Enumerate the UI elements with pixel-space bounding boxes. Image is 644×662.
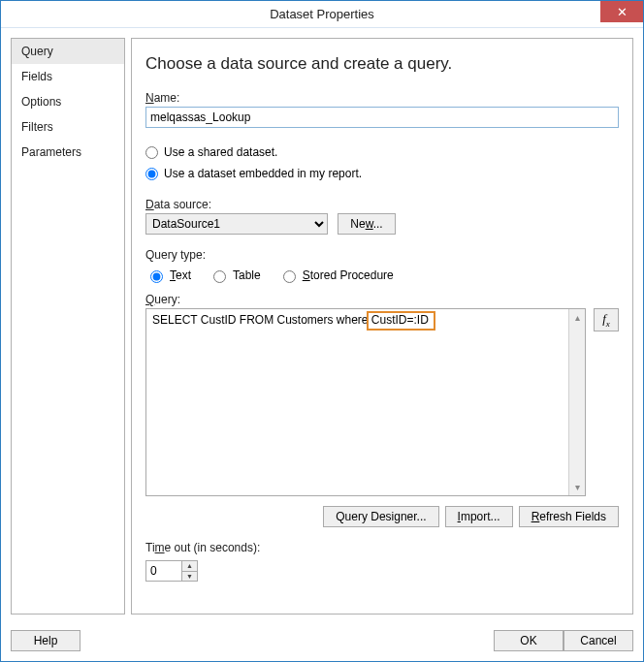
- sidebar-item-query[interactable]: Query: [12, 39, 124, 64]
- spinner-down-icon[interactable]: ▼: [182, 572, 197, 582]
- sidebar-item-filters[interactable]: Filters: [12, 114, 124, 140]
- datasource-select[interactable]: DataSource1: [145, 213, 328, 235]
- spinner-up-icon[interactable]: ▲: [182, 561, 197, 572]
- radio-embedded-input[interactable]: [145, 168, 158, 180]
- window-title: Dataset Properties: [270, 7, 374, 21]
- sidebar-item-options[interactable]: Options: [12, 89, 124, 114]
- timeout-input[interactable]: [146, 561, 181, 581]
- qt-sp-label: Stored Procedure: [303, 268, 394, 282]
- qt-text-option[interactable]: Text: [145, 268, 191, 283]
- import-button[interactable]: Import...: [445, 506, 513, 527]
- querytype-group: Text Table Stored Procedure: [145, 268, 619, 283]
- query-textarea[interactable]: SELECT CustID FROM Customers where CustI…: [145, 308, 586, 496]
- close-button[interactable]: ✕: [600, 1, 643, 22]
- qt-table-option[interactable]: Table: [209, 268, 261, 283]
- sidebar-item-fields[interactable]: Fields: [12, 64, 124, 89]
- scrollbar[interactable]: ▴ ▾: [568, 309, 585, 495]
- qt-table-radio[interactable]: [213, 270, 226, 283]
- spinner-arrows: ▲ ▼: [181, 561, 197, 581]
- panel-heading: Choose a data source and create a query.: [145, 54, 619, 74]
- sidebar-item-parameters[interactable]: Parameters: [12, 140, 124, 165]
- name-label: Name:: [145, 91, 619, 105]
- close-icon: ✕: [617, 5, 628, 19]
- help-button[interactable]: Help: [11, 630, 80, 651]
- ok-button[interactable]: OK: [494, 630, 564, 651]
- cancel-button[interactable]: Cancel: [564, 630, 633, 651]
- radio-embedded-dataset[interactable]: Use a dataset embedded in my report.: [145, 167, 619, 180]
- fx-icon: fx: [602, 311, 610, 329]
- scroll-down-icon[interactable]: ▾: [569, 479, 585, 495]
- timeout-spinner[interactable]: ▲ ▼: [145, 560, 198, 582]
- footer: Help OK Cancel: [1, 624, 643, 661]
- scroll-up-icon[interactable]: ▴: [569, 309, 585, 326]
- main-panel: Choose a data source and create a query.…: [131, 38, 633, 615]
- sidebar-item-label: Fields: [21, 70, 52, 83]
- titlebar: Dataset Properties ✕: [1, 1, 643, 28]
- qt-sp-radio[interactable]: [283, 270, 296, 283]
- sidebar-item-label: Query: [21, 45, 53, 58]
- query-buttons: Query Designer... Import... Refresh Fiel…: [145, 506, 619, 527]
- query-designer-button[interactable]: Query Designer...: [323, 506, 438, 527]
- new-datasource-button[interactable]: New...: [338, 213, 396, 235]
- qt-sp-option[interactable]: Stored Procedure: [278, 268, 394, 283]
- qt-table-label: Table: [233, 268, 261, 282]
- content-area: Query Fields Options Filters Parameters …: [1, 28, 643, 624]
- radio-shared-input[interactable]: [145, 146, 158, 159]
- datasource-label: Data source:: [145, 198, 619, 211]
- radio-shared-label: Use a shared dataset.: [164, 145, 277, 159]
- query-label: Query:: [145, 293, 619, 306]
- sidebar-item-label: Filters: [21, 120, 53, 134]
- dialog-window: Dataset Properties ✕ Query Fields Option…: [0, 0, 644, 662]
- sidebar: Query Fields Options Filters Parameters: [11, 38, 125, 615]
- query-text-content: SELECT CustID FROM Customers where CustI…: [146, 309, 585, 331]
- name-input[interactable]: [145, 107, 619, 128]
- qt-text-label: Text: [170, 268, 191, 282]
- radio-embedded-label: Use a dataset embedded in my report.: [164, 167, 362, 180]
- timeout-label: Time out (in seconds):: [145, 541, 619, 554]
- radio-shared-dataset[interactable]: Use a shared dataset.: [145, 145, 619, 159]
- expression-button[interactable]: fx: [594, 308, 619, 331]
- querytype-label: Query type:: [145, 248, 619, 262]
- qt-text-radio[interactable]: [150, 270, 163, 283]
- sidebar-item-label: Options: [21, 95, 61, 109]
- sidebar-item-label: Parameters: [21, 145, 81, 159]
- refresh-fields-button[interactable]: Refresh Fields: [519, 506, 619, 527]
